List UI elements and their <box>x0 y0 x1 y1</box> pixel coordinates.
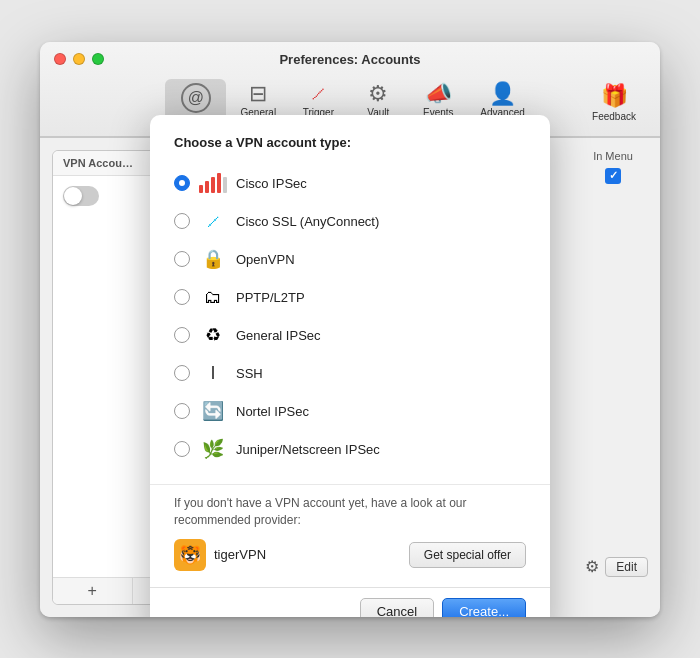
modal-title: Choose a VPN account type: <box>174 135 526 150</box>
juniper-icon: 🌿 <box>200 436 226 462</box>
main-window: Preferences: Accounts @ Accounts ⊟ Gener… <box>40 42 660 617</box>
vault-icon: ⚙ <box>368 83 388 105</box>
general-ipsec-icon: ♻ <box>200 322 226 348</box>
recommend-text: If you don't have a VPN account yet, hav… <box>174 495 526 529</box>
close-button[interactable] <box>54 53 66 65</box>
content-area: VPN Accou… + − In Menu ✓ ⚙ Edit <box>40 137 660 617</box>
events-icon: 📣 <box>425 83 452 105</box>
cisco-ssl-icon: ⟋ <box>200 208 226 234</box>
radio-inner <box>179 180 185 186</box>
option-general-ipsec[interactable]: ♻ General IPSec <box>174 316 526 354</box>
window-title: Preferences: Accounts <box>54 52 646 67</box>
cancel-button[interactable]: Cancel <box>360 598 434 617</box>
radio-general-ipsec[interactable] <box>174 327 190 343</box>
tiger-logo: 🐯 tigerVPN <box>174 539 266 571</box>
provider-name: tigerVPN <box>214 547 266 562</box>
option-cisco-ssl[interactable]: ⟋ Cisco SSL (AnyConnect) <box>174 202 526 240</box>
cisco-ipsec-icon <box>200 170 226 196</box>
option-cisco-ipsec[interactable]: Cisco IPSec <box>174 164 526 202</box>
juniper-label: Juniper/Netscreen IPSec <box>236 442 380 457</box>
pptp-icon: 🗂 <box>200 284 226 310</box>
modal-body: Choose a VPN account type: <box>150 115 550 484</box>
tiger-icon: 🐯 <box>174 539 206 571</box>
ssh-label: SSH <box>236 366 263 381</box>
tiger-emoji: 🐯 <box>179 544 201 566</box>
feedback-label: Feedback <box>592 111 636 122</box>
vpn-type-modal: Choose a VPN account type: <box>150 115 550 616</box>
minimize-button[interactable] <box>73 53 85 65</box>
bar1 <box>199 185 203 193</box>
bar4 <box>217 173 221 193</box>
bar3 <box>211 177 215 193</box>
option-ssh[interactable]: Ι SSH <box>174 354 526 392</box>
advanced-icon: 👤 <box>489 83 516 105</box>
window-controls <box>54 53 104 65</box>
cisco-ipsec-label: Cisco IPSec <box>236 176 307 191</box>
pptp-label: PPTP/L2TP <box>236 290 305 305</box>
cisco-ssl-label: Cisco SSL (AnyConnect) <box>236 214 379 229</box>
radio-nortel[interactable] <box>174 403 190 419</box>
general-icon: ⊟ <box>249 83 267 105</box>
toolbar-item-feedback[interactable]: 🎁 Feedback <box>582 79 646 126</box>
radio-openvpn[interactable] <box>174 251 190 267</box>
special-offer-button[interactable]: Get special offer <box>409 542 526 568</box>
accounts-icon: @ <box>181 83 211 113</box>
recommend-row: 🐯 tigerVPN Get special offer <box>174 539 526 571</box>
modal-footer: Cancel Create... <box>150 587 550 617</box>
cisco-bars <box>199 173 227 193</box>
option-pptp[interactable]: 🗂 PPTP/L2TP <box>174 278 526 316</box>
nortel-icon: 🔄 <box>200 398 226 424</box>
general-ipsec-label: General IPSec <box>236 328 321 343</box>
bar5 <box>223 177 227 193</box>
maximize-button[interactable] <box>92 53 104 65</box>
nortel-label: Nortel IPSec <box>236 404 309 419</box>
trigger-icon: ⟋ <box>307 83 329 105</box>
ssh-icon: Ι <box>200 360 226 386</box>
create-button[interactable]: Create... <box>442 598 526 617</box>
openvpn-label: OpenVPN <box>236 252 295 267</box>
option-openvpn[interactable]: 🔒 OpenVPN <box>174 240 526 278</box>
recommend-section: If you don't have a VPN account yet, hav… <box>150 484 550 587</box>
radio-pptp[interactable] <box>174 289 190 305</box>
bar2 <box>205 181 209 193</box>
radio-cisco-ipsec[interactable] <box>174 175 190 191</box>
modal-overlay: Choose a VPN account type: <box>40 138 660 617</box>
radio-ssh[interactable] <box>174 365 190 381</box>
option-nortel[interactable]: 🔄 Nortel IPSec <box>174 392 526 430</box>
feedback-icon: 🎁 <box>601 83 628 109</box>
openvpn-icon: 🔒 <box>200 246 226 272</box>
radio-juniper[interactable] <box>174 441 190 457</box>
radio-cisco-ssl[interactable] <box>174 213 190 229</box>
option-juniper[interactable]: 🌿 Juniper/Netscreen IPSec <box>174 430 526 468</box>
